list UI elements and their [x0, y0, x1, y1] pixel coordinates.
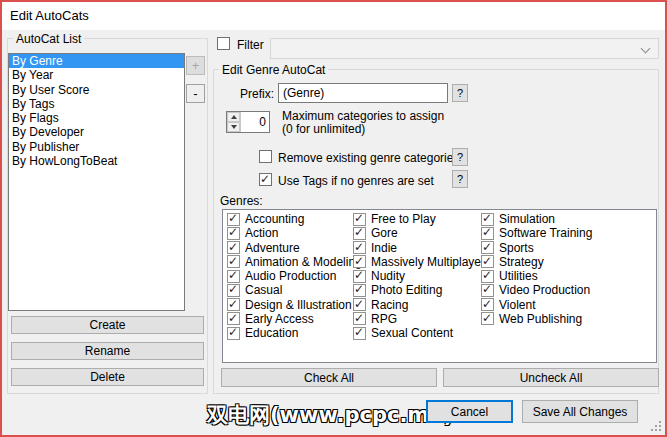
- genre-checkbox-item[interactable]: Sports: [481, 241, 592, 255]
- genre-checkbox-item[interactable]: Violent: [481, 298, 592, 312]
- use-tags-checkbox[interactable]: [259, 173, 272, 186]
- autocat-list-item[interactable]: By Tags: [9, 97, 184, 111]
- autocat-list-group-label: AutoCat List: [13, 33, 84, 45]
- genre-checkbox-item[interactable]: Design & Illustration: [227, 298, 362, 312]
- genre-label: Early Access: [245, 312, 314, 326]
- genre-checkbox-item[interactable]: Simulation: [481, 212, 592, 226]
- genre-label: Web Publishing: [499, 312, 582, 326]
- autocat-list-item[interactable]: By Genre: [9, 54, 184, 68]
- use-tags-label: Use Tags if no genres are set: [278, 174, 434, 188]
- down-arrow-icon: [231, 125, 237, 129]
- checkbox-icon: [353, 298, 366, 311]
- chevron-down-icon: [641, 44, 651, 54]
- genre-checkbox-item[interactable]: Software Training: [481, 226, 592, 240]
- genre-checkbox-item[interactable]: Video Production: [481, 283, 592, 297]
- cancel-button[interactable]: Cancel: [426, 400, 513, 423]
- genre-checkbox-item[interactable]: Adventure: [227, 241, 362, 255]
- genre-checkbox-item[interactable]: Audio Production: [227, 269, 362, 283]
- checkbox-icon: [353, 227, 366, 240]
- genre-checkbox-item[interactable]: Photo Editing: [353, 283, 485, 297]
- checkbox-icon: [227, 270, 240, 283]
- filter-combobox[interactable]: [270, 38, 659, 59]
- checkbox-icon: [481, 298, 494, 311]
- delete-button[interactable]: Delete: [11, 368, 204, 386]
- checkbox-icon: [353, 255, 366, 268]
- up-arrow-icon: [231, 115, 237, 119]
- resize-grip[interactable]: [651, 421, 661, 431]
- checkbox-icon: [481, 213, 494, 226]
- genre-checkbox-item[interactable]: Massively Multiplayer: [353, 255, 485, 269]
- autocat-list-item[interactable]: By Year: [9, 68, 184, 82]
- genre-checkbox-item[interactable]: Accounting: [227, 212, 362, 226]
- max-categories-label-line2: (0 for unlimited): [282, 122, 365, 136]
- checkbox-icon: [481, 227, 494, 240]
- genre-label: RPG: [371, 312, 397, 326]
- genre-checkbox-item[interactable]: Strategy: [481, 255, 592, 269]
- stepper-arrows[interactable]: [227, 112, 241, 132]
- genre-checkbox-item[interactable]: Nudity: [353, 269, 485, 283]
- checkbox-icon: [353, 270, 366, 283]
- stepper-down-button[interactable]: [227, 122, 240, 132]
- checkbox-icon: [227, 227, 240, 240]
- filter-checkbox[interactable]: [217, 37, 230, 50]
- remove-autocat-button[interactable]: -: [186, 84, 205, 103]
- genre-checkbox-item[interactable]: Utilities: [481, 269, 592, 283]
- autocat-list-item[interactable]: By Flags: [9, 111, 184, 125]
- checkbox-icon: [481, 255, 494, 268]
- check-all-button[interactable]: Check All: [221, 368, 437, 387]
- genre-checkbox-item[interactable]: Sexual Content: [353, 326, 485, 340]
- checkbox-icon: [353, 312, 366, 325]
- use-tags-help-button[interactable]: ?: [452, 170, 468, 188]
- checkbox-icon: [353, 327, 366, 340]
- genre-checkbox-item[interactable]: Early Access: [227, 312, 362, 326]
- genre-label: Design & Illustration: [245, 298, 352, 312]
- genre-label: Violent: [499, 298, 535, 312]
- genre-checkbox-item[interactable]: Education: [227, 326, 362, 340]
- genre-label: Video Production: [499, 283, 590, 297]
- prefix-input[interactable]: [278, 83, 448, 103]
- genre-checkbox-item[interactable]: Free to Play: [353, 212, 485, 226]
- genre-label: Audio Production: [245, 269, 336, 283]
- autocat-list-item[interactable]: By Publisher: [9, 140, 184, 154]
- genre-checkbox-item[interactable]: Action: [227, 226, 362, 240]
- remove-existing-checkbox[interactable]: [259, 150, 272, 163]
- checkbox-icon: [353, 213, 366, 226]
- stepper-up-button[interactable]: [227, 112, 240, 122]
- genre-label: Massively Multiplayer: [371, 255, 485, 269]
- create-button[interactable]: Create: [11, 316, 204, 334]
- autocat-listbox[interactable]: By GenreBy YearBy User ScoreBy TagsBy Fl…: [8, 53, 185, 311]
- genre-checkbox-item[interactable]: Casual: [227, 283, 362, 297]
- max-categories-label-line1: Maximum categories to assign: [282, 109, 444, 123]
- save-all-changes-button[interactable]: Save All Changes: [522, 400, 638, 423]
- genre-label: Strategy: [499, 255, 544, 269]
- rename-button[interactable]: Rename: [11, 342, 204, 360]
- window-title: Edit AutoCats: [10, 8, 89, 23]
- genre-label: Simulation: [499, 212, 555, 226]
- genres-column-2: Free to PlayGoreIndieMassively Multiplay…: [353, 212, 485, 340]
- genre-label: Software Training: [499, 226, 592, 240]
- titlebar[interactable]: Edit AutoCats: [2, 2, 665, 30]
- checkbox-icon: [481, 241, 494, 254]
- watermark-text: 双电网(www.pcpc.me): [207, 401, 453, 429]
- checkbox-icon: [227, 327, 240, 340]
- genre-label: Indie: [371, 241, 397, 255]
- max-categories-stepper[interactable]: 0: [226, 111, 270, 133]
- genre-checkbox-item[interactable]: Racing: [353, 298, 485, 312]
- genre-checkbox-item[interactable]: RPG: [353, 312, 485, 326]
- remove-existing-help-button[interactable]: ?: [452, 148, 468, 166]
- genre-checkbox-item[interactable]: Web Publishing: [481, 312, 592, 326]
- genre-label: Sexual Content: [371, 326, 453, 340]
- genre-checkbox-item[interactable]: Gore: [353, 226, 485, 240]
- genre-label: Action: [245, 226, 278, 240]
- genre-checkbox-item[interactable]: Animation & Modeling: [227, 255, 362, 269]
- prefix-help-button[interactable]: ?: [452, 84, 468, 102]
- autocat-list-item[interactable]: By HowLongToBeat: [9, 154, 184, 168]
- uncheck-all-button[interactable]: Uncheck All: [443, 368, 659, 387]
- autocat-list-item[interactable]: By Developer: [9, 125, 184, 139]
- autocat-list-item[interactable]: By User Score: [9, 83, 184, 97]
- genre-checkbox-item[interactable]: Indie: [353, 241, 485, 255]
- edit-autocats-dialog: Edit AutoCats AutoCat List By GenreBy Ye…: [0, 0, 667, 437]
- add-autocat-button[interactable]: +: [186, 56, 205, 75]
- checkbox-icon: [353, 284, 366, 297]
- filter-label: Filter: [237, 38, 264, 52]
